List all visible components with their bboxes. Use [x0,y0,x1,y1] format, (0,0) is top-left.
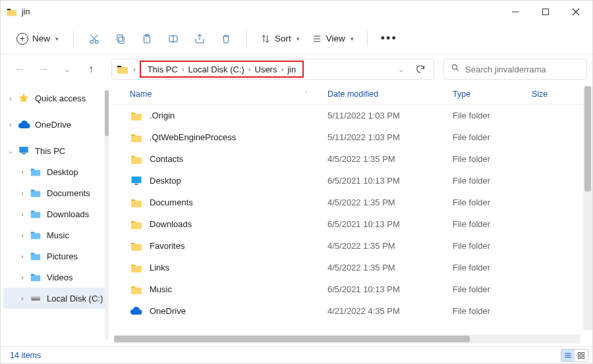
folder-icon [130,240,143,253]
maximize-button[interactable] [530,1,561,22]
sidebar-item[interactable]: ›Music [3,224,105,246]
file-type: File folder [453,263,532,273]
separator [73,31,74,47]
file-type: File folder [453,197,532,207]
breadcrumb-segment[interactable]: jin [285,65,298,74]
sort-button[interactable]: Sort ▾ [255,30,305,47]
chevron-right-icon[interactable]: › [279,65,285,73]
file-name: Contacts [150,154,327,164]
address-dropdown[interactable]: ⌵ [394,66,409,73]
more-button[interactable]: ••• [376,32,403,45]
share-button[interactable] [187,27,212,51]
file-row[interactable]: OneDrive4/21/2022 4:35 PMFile folder [111,300,580,322]
twisty-icon[interactable]: › [6,95,15,102]
twisty-icon[interactable]: › [18,232,27,239]
twisty-icon[interactable]: › [18,295,27,302]
cut-button[interactable] [82,27,107,51]
svg-rect-7 [117,35,123,41]
sidebar-item-label: Documents [47,188,90,198]
sidebar-item-label: Local Disk (C:) [47,294,103,303]
address-bar[interactable]: › This PC›Local Disk (C:)›Users›jin ⌵ [111,59,434,80]
file-name: .Origin [150,111,327,120]
column-type[interactable]: Type [453,90,532,99]
sidebar-item[interactable]: ›Local Disk (C:) [3,288,105,309]
svg-point-5 [96,40,99,43]
svg-rect-1 [543,9,549,15]
drive-icon [30,292,42,304]
recent-button[interactable]: ⌵ [57,59,77,79]
file-row[interactable]: Links4/5/2022 1:35 PMFile folder [111,257,580,278]
sidebar-item-label: Videos [47,273,73,282]
twisty-icon[interactable]: › [18,190,27,197]
breadcrumb-segment[interactable]: Local Disk (C:) [186,65,247,74]
chevron-right-icon[interactable]: › [181,65,186,73]
file-row[interactable]: Desktop6/5/2021 10:13 PMFile folder [111,170,580,192]
folder-blue-icon [30,271,42,283]
file-name: .QtWebEngineProcess [150,132,327,142]
title-bar: jin [1,1,592,23]
breadcrumb-segment[interactable]: This PC [145,65,181,74]
back-button[interactable]: ← [10,59,30,79]
twisty-icon[interactable]: › [18,169,27,176]
twisty-icon[interactable]: › [18,211,27,218]
sidebar-item[interactable]: ›Documents [3,182,105,203]
search-input[interactable] [465,65,580,74]
refresh-button[interactable] [411,64,430,74]
delete-button[interactable] [213,27,239,51]
view-button[interactable]: View ▾ [306,30,359,47]
vertical-scrollbar[interactable] [583,86,592,330]
close-button[interactable] [561,1,591,22]
column-size[interactable]: Size [532,90,561,99]
sidebar-item[interactable]: ›Desktop [3,161,105,182]
twisty-icon[interactable]: › [6,121,15,128]
file-row[interactable]: Contacts4/5/2022 1:35 PMFile folder [111,148,580,170]
paste-button[interactable] [134,27,159,51]
forward-button[interactable]: → [34,59,53,79]
thumbnails-view-button[interactable] [575,350,588,361]
window-title: jin [22,7,30,16]
sidebar-item[interactable]: ›Quick access [3,88,105,109]
up-button[interactable]: ↑ [81,59,101,79]
minimize-button[interactable] [500,1,530,22]
breadcrumb-segment[interactable]: Users [252,65,280,74]
file-date: 4/5/2022 1:35 PM [327,263,453,273]
twisty-icon[interactable]: › [18,274,27,281]
horizontal-scrollbar[interactable] [114,334,580,344]
column-date[interactable]: Date modified [327,90,453,99]
twisty-icon[interactable]: › [18,253,27,260]
copy-button[interactable] [108,27,133,51]
sidebar-item-label: Music [47,230,69,240]
details-view-button[interactable] [561,350,575,361]
new-button[interactable]: + New ▾ [10,30,65,48]
chevron-right-icon[interactable]: › [247,65,252,73]
file-type: File folder [453,111,532,120]
column-name[interactable]: Name˄ [130,90,327,99]
sidebar-item[interactable]: ›OneDrive [3,114,105,135]
sidebar-item[interactable]: ›Downloads [3,203,105,224]
file-row[interactable]: .Origin5/11/2022 1:03 PMFile folder [111,105,580,126]
sidebar-item[interactable]: ›Videos [3,267,105,288]
svg-rect-17 [19,147,28,153]
separator [246,31,247,47]
twisty-icon[interactable]: ⌵ [6,147,15,155]
sidebar-item[interactable]: ⌵This PC [3,140,105,161]
sidebar-item[interactable]: ›Pictures [3,246,105,267]
search-box[interactable] [443,59,587,80]
file-row[interactable]: Downloads6/5/2021 10:13 PMFile folder [111,213,580,235]
file-row[interactable]: .QtWebEngineProcess5/11/2022 1:03 PMFile… [111,126,580,148]
file-row[interactable]: Music6/5/2021 10:13 PMFile folder [111,278,580,300]
chevron-right-icon[interactable]: › [132,65,137,73]
file-date: 6/5/2021 10:13 PM [327,176,453,186]
svg-rect-21 [132,176,142,183]
svg-rect-29 [582,356,584,359]
sidebar-scrollbar[interactable] [105,90,109,340]
file-row[interactable]: Favorites4/5/2022 1:35 PMFile folder [111,235,580,257]
rename-button[interactable] [161,27,186,51]
new-label: New [32,34,50,43]
cloud-icon [18,118,30,130]
folder-icon [130,153,143,166]
folder-blue-icon [30,208,42,220]
sort-asc-icon: ˄ [304,91,308,97]
file-row[interactable]: Documents4/5/2022 1:35 PMFile folder [111,192,580,213]
folder-icon [130,109,143,122]
